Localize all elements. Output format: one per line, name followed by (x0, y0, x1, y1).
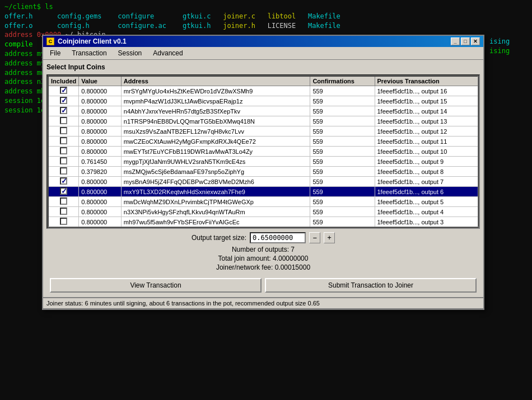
checkbox-cell[interactable] (48, 106, 79, 116)
checkbox-cell[interactable] (48, 207, 79, 217)
prev-tx-cell: 1feeef5dcf1b..., output 4 (375, 207, 478, 217)
table-row[interactable]: 0.379820msZMQjw5cSj6eBdamaaFE97snp5oZiph… (48, 167, 478, 177)
confirmations-cell: 559 (310, 126, 375, 137)
checkbox-cell[interactable] (48, 96, 79, 106)
table-row[interactable]: 0.800000n4AbhYJxnxYeveHRn57dtg5zB3SfXepT… (48, 106, 478, 116)
value-cell: 0.800000 (79, 197, 122, 207)
confirmations-cell: 559 (310, 217, 375, 228)
address-cell: msZMQjw5cSj6eBdamaaFE97snp5oZiphYg (121, 167, 310, 177)
increment-button[interactable]: + (324, 232, 335, 243)
checkbox[interactable] (60, 208, 67, 215)
menu-transaction[interactable]: Transaction (67, 48, 111, 58)
checkbox[interactable] (60, 97, 67, 104)
joiner-fee-value: 0.00015000 (275, 263, 310, 271)
value-cell: 0.800000 (79, 137, 122, 147)
address-cell: n4AbhYJxnxYeveHRn57dtg5zB3SfXepTkv (121, 106, 310, 116)
checkbox-cell[interactable] (48, 126, 79, 137)
address-cell: mwDcWqhMZ9DXnLPrvimbkCjTPM4tGWeGXp (121, 197, 310, 207)
joiner-fee-row: Joiner/network fee: 0.00015000 (49, 263, 478, 271)
checkbox[interactable] (60, 87, 67, 94)
decrement-button[interactable]: − (309, 232, 320, 243)
prev-tx-cell: 1feeef5dcf1b..., output 11 (375, 137, 478, 147)
checkbox-cell[interactable] (48, 147, 79, 157)
checkbox[interactable] (60, 117, 67, 124)
num-outputs-label: Number of outputs: (232, 246, 289, 253)
value-cell: 0.800000 (79, 187, 122, 197)
checkbox[interactable] (60, 127, 67, 134)
col-header-value: Value (79, 76, 122, 86)
checkbox-cell[interactable] (48, 177, 79, 187)
confirmations-cell: 559 (310, 167, 375, 177)
confirmations-cell: 559 (310, 157, 375, 167)
value-cell: 0.800000 (79, 177, 122, 187)
checkbox[interactable] (60, 107, 67, 114)
output-target-input[interactable] (250, 232, 306, 243)
checkbox-cell[interactable] (48, 157, 79, 167)
value-cell: 0.800000 (79, 86, 122, 96)
table-row[interactable]: 0.800000mwDcWqhMZ9DXnLPrvimbkCjTPM4tGWeG… (48, 197, 478, 207)
prev-tx-cell: 1feeef5dcf1b..., output 12 (375, 126, 478, 137)
minimize-button[interactable]: _ (451, 37, 460, 45)
terminal-line: offer.o config.h configure.ac gtkui.h jo… (4, 21, 528, 31)
address-cell: mysBnA9H5jZ4FFqQDEBPwCz8BVMeD2Mzh6 (121, 177, 310, 187)
prev-tx-cell: 1feeef5dcf1b..., output 5 (375, 197, 478, 207)
checkbox[interactable] (60, 167, 67, 175)
table-row[interactable]: 0.800000mxY9TL3XD2RKeqtwhHdSxniexwzah7Fh… (48, 187, 478, 197)
table-row[interactable]: 0.800000n1TRSP94nEB8DvLQQmarTG5bEbXMwq41… (48, 116, 478, 126)
view-transaction-button[interactable]: View Transaction (50, 278, 262, 293)
table-row[interactable]: 0.800000mysBnA9H5jZ4FFqQDEBPwCz8BVMeD2Mz… (48, 177, 478, 187)
coins-table-container[interactable]: Included Value Address Confirmations Pre… (46, 74, 480, 229)
checkbox[interactable] (60, 157, 67, 164)
table-row[interactable]: 0.800000mrSYgMYgUo4xHsZtKeEWDro1dVZ8wXSM… (48, 86, 478, 96)
menu-file[interactable]: File (45, 48, 65, 58)
main-window: C Coinjoiner Client v0.1 _ □ ✕ File Tran… (42, 35, 484, 310)
table-row[interactable]: 0.800000msuXzs9VsZaaNTB2EFL12rw7qH8vkc7L… (48, 126, 478, 137)
checkbox-cell[interactable] (48, 137, 79, 147)
value-cell: 0.800000 (79, 126, 122, 137)
status-text: Joiner status: 6 minutes until signing, … (46, 300, 320, 307)
terminal-line: offer.h config.gems configure gtkui.c jo… (4, 12, 528, 21)
checkbox-cell[interactable] (48, 217, 79, 228)
checkbox-cell[interactable] (48, 187, 79, 197)
terminal-line: ~/client$ ls (4, 2, 528, 12)
col-header-included: Included (48, 76, 79, 86)
maximize-button[interactable]: □ (461, 37, 470, 45)
total-join-label: Total join amount: (218, 255, 271, 262)
checkbox[interactable] (60, 147, 67, 154)
checkbox[interactable] (60, 218, 67, 225)
table-row[interactable]: 0.800000mwCZEoCXtAuwH2yMgGFxmpKdRXJk4QEe… (48, 137, 478, 147)
table-row[interactable]: 0.800000mvpmhP4azW1dJ3KLtJAwBicvspaERajp… (48, 96, 478, 106)
button-row: View Transaction Submit Transaction to J… (46, 276, 480, 295)
content-area: Select Input Coins Included Value Addres… (43, 60, 483, 297)
checkbox[interactable] (60, 137, 67, 144)
confirmations-cell: 559 (310, 187, 375, 197)
checkbox[interactable] (60, 177, 67, 185)
confirmations-cell: 559 (310, 96, 375, 106)
menu-session[interactable]: Session (114, 48, 147, 58)
status-bar: Joiner status: 6 minutes until signing, … (43, 297, 483, 309)
confirmations-cell: 559 (310, 147, 375, 157)
menu-advanced[interactable]: Advanced (148, 48, 187, 58)
prev-tx-cell: 1feeef5dcf1b..., output 3 (375, 217, 478, 228)
value-cell: 0.800000 (79, 96, 122, 106)
checkbox-cell[interactable] (48, 86, 79, 96)
confirmations-cell: 559 (310, 86, 375, 96)
prev-tx-cell: 1feeef5dcf1b..., output 8 (375, 167, 478, 177)
output-target-label: Output target size: (192, 234, 246, 242)
address-cell: mxY9TL3XD2RKeqtwhHdSxniexwzah7Fhe9 (121, 187, 310, 197)
address-cell: mrSYgMYgUo4xHsZtKeEWDro1dVZ8wXSMh9 (121, 86, 310, 96)
table-row[interactable]: 0.800000n3X3NPi5vkHgySFzhqfLKkvu94qnWTAu… (48, 207, 478, 217)
controls-area: Output target size: − + Number of output… (46, 229, 480, 276)
checkbox[interactable] (60, 187, 67, 195)
close-button[interactable]: ✕ (471, 37, 480, 45)
confirmations-cell: 559 (310, 137, 375, 147)
submit-transaction-button[interactable]: Submit Transaction to Joiner (265, 278, 477, 293)
checkbox-cell[interactable] (48, 116, 79, 126)
table-row[interactable]: 0.800000mwEYTst7EuYCFbB119DWR1avMwAT3Lo4… (48, 147, 478, 157)
checkbox-cell[interactable] (48, 197, 79, 207)
checkbox[interactable] (60, 197, 67, 205)
table-row[interactable]: 0.800000mh97wu5f5awh9vFYbSFErovFiiYvAIGc… (48, 217, 478, 228)
table-row[interactable]: 0.761450mygpTjXjfJaNm9UWHLV2sraN5TKm9cE4… (48, 157, 478, 167)
table-header-row: Included Value Address Confirmations Pre… (48, 76, 478, 86)
checkbox-cell[interactable] (48, 167, 79, 177)
